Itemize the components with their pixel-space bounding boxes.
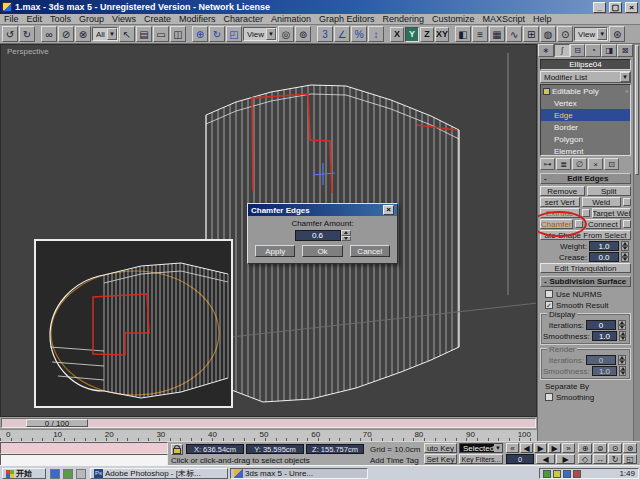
snap-3d-icon[interactable]: 3 (317, 26, 333, 42)
time-slider-track[interactable]: 0 / 100 (1, 418, 536, 428)
weight-field[interactable]: 1.0 (589, 241, 619, 251)
min-max-toggle-icon[interactable]: ◱ (623, 454, 637, 464)
extrude-button[interactable]: Extrude (540, 208, 580, 218)
weld-button[interactable]: Weld (582, 197, 622, 207)
move-icon[interactable]: ⊕ (192, 26, 208, 42)
render-smoothness-spinner[interactable] (619, 366, 626, 376)
tray-icon[interactable] (563, 470, 571, 478)
current-frame-field[interactable]: 0 (506, 454, 534, 464)
macro-recorder-line[interactable] (0, 442, 168, 454)
tab-create[interactable]: ∗ (538, 44, 554, 57)
connect-settings-icon[interactable] (623, 220, 631, 228)
window-crossing-icon[interactable]: ◫ (170, 26, 186, 42)
ok-button[interactable]: Ok (302, 245, 342, 257)
scale-icon[interactable]: ◰ (226, 26, 242, 42)
quick-render-icon[interactable]: ⊛ (609, 26, 625, 42)
render-smoothness-field[interactable]: 1.0 (592, 366, 618, 376)
zoom-all-icon[interactable]: ⊜ (593, 443, 607, 453)
coordinate-y-field[interactable]: Y: 35.595cm (246, 444, 304, 454)
tab-modify[interactable]: ∫ (554, 44, 570, 57)
render-iterations-field[interactable]: 0 (586, 355, 616, 365)
lock-selection-icon[interactable] (171, 444, 183, 455)
maximize-button[interactable]: ▢ (609, 2, 622, 13)
use-nurms-checkbox[interactable] (545, 290, 553, 298)
region-select-icon[interactable]: ▭ (153, 26, 169, 42)
select-link-icon[interactable]: ∞ (41, 26, 57, 42)
tray-icon[interactable] (553, 470, 561, 478)
command-panel-scrollbar[interactable] (633, 44, 640, 441)
quick-launch-icon[interactable] (50, 469, 60, 479)
menu-animation[interactable]: Animation (267, 14, 315, 25)
render-iterations-spinner[interactable] (618, 355, 626, 365)
display-smoothness-field[interactable]: 1.0 (592, 331, 618, 341)
track-bar[interactable]: 0 10 20 30 40 50 60 70 80 90 100 (0, 429, 537, 441)
rollout-edit-edges-header[interactable]: - Edit Edges (540, 173, 631, 184)
snap-percent-icon[interactable]: % (351, 26, 367, 42)
taskbar-app-photoshop[interactable]: Ps Adobe Photoshop - [未标... (90, 468, 228, 479)
chamfer-amount-field[interactable]: 0.6 (295, 230, 341, 241)
weld-settings-icon[interactable] (623, 198, 631, 206)
schematic-view-icon[interactable]: ⊞ (523, 26, 539, 42)
chamfer-amount-spinner[interactable] (341, 230, 351, 241)
render-scene-icon[interactable]: ⊙ (557, 26, 573, 42)
snap-angle-icon[interactable]: ∠ (334, 26, 350, 42)
align-icon[interactable]: ≡ (472, 26, 488, 42)
minimize-button[interactable]: _ (593, 2, 606, 13)
time-slider-handle[interactable]: 0 / 100 (26, 419, 88, 427)
set-key-button[interactable]: Set Key (424, 454, 457, 464)
crease-spinner[interactable] (621, 252, 629, 262)
tab-hierarchy[interactable]: ⊟ (570, 44, 586, 57)
menu-file[interactable]: File (0, 14, 23, 25)
snap-spinner-icon[interactable]: ↕ (368, 26, 384, 42)
zoom-icon[interactable]: ⊕ (578, 443, 592, 453)
zoom-extents-icon[interactable]: ⊙ (608, 443, 622, 453)
remove-button[interactable]: Remove (540, 186, 585, 196)
selection-filter-dropdown[interactable]: All ▼ (92, 27, 118, 41)
coordinate-z-field[interactable]: Z: 155.757cm (306, 444, 364, 454)
chevron-down-icon[interactable]: ▼ (597, 28, 607, 40)
crease-field[interactable]: 0.0 (589, 252, 619, 262)
pan-icon[interactable]: ↔ (593, 454, 607, 464)
taskbar-app-3dsmax[interactable]: 3ds max 5 - Unre... (230, 468, 368, 479)
edit-triangulation-button[interactable]: Edit Triangulation (540, 263, 631, 273)
dialog-close-icon[interactable]: × (383, 205, 394, 215)
create-shape-button[interactable]: ate Shape From Select (540, 230, 631, 240)
object-name-field[interactable]: Ellipse04 (540, 59, 631, 70)
stack-item-vertex[interactable]: Vertex (541, 97, 630, 109)
key-filters-button[interactable]: Key Filters... (459, 454, 503, 464)
cancel-button[interactable]: Cancel (350, 245, 390, 257)
pivot-center-icon[interactable]: ◎ (278, 26, 294, 42)
dialog-title-bar[interactable]: Chamfer Edges × (248, 204, 397, 216)
chamfer-button[interactable]: Chamfer (540, 219, 573, 229)
menu-modifiers[interactable]: Modifiers (175, 14, 220, 25)
menu-customize[interactable]: Customize (428, 14, 479, 25)
key-mode-toggle-icon[interactable]: ◀ (536, 454, 555, 464)
insert-vertex-button[interactable]: sert Vert (540, 197, 580, 207)
next-frame-button[interactable]: ▶ (548, 443, 561, 453)
quick-launch-icon[interactable] (76, 469, 86, 479)
field-of-view-icon[interactable]: ◇ (578, 454, 592, 464)
close-button[interactable]: × (625, 2, 638, 13)
stack-item-editable-poly[interactable]: Editable Poly ◦ (541, 85, 630, 97)
arc-rotate-icon[interactable]: ↻ (608, 454, 622, 464)
extrude-settings-icon[interactable] (582, 209, 590, 217)
make-unique-icon[interactable]: ∅ (572, 158, 587, 170)
menu-views[interactable]: Views (108, 14, 140, 25)
tab-display[interactable]: ◨ (601, 44, 617, 57)
show-end-result-icon[interactable]: ≣ (556, 158, 571, 170)
chamfer-settings-icon[interactable] (575, 220, 583, 228)
select-object-icon[interactable]: ↖ (119, 26, 135, 42)
tray-icon[interactable] (543, 470, 551, 478)
split-button[interactable]: Split (587, 186, 632, 196)
add-time-tag[interactable]: Add Time Tag (370, 456, 419, 465)
stack-item-edge[interactable]: Edge (541, 109, 630, 121)
weight-spinner[interactable] (621, 241, 629, 251)
go-to-start-button[interactable]: « (506, 443, 519, 453)
axis-z-button[interactable]: Z (420, 27, 434, 42)
redo-icon[interactable]: ↻ (19, 26, 35, 42)
go-to-end-button[interactable]: » (562, 443, 575, 453)
play-button[interactable]: ▶ (534, 443, 547, 453)
viewport-label[interactable]: Perspective (7, 47, 49, 56)
configure-stack-icon[interactable]: ⊡ (604, 158, 619, 170)
display-iterations-field[interactable]: 0 (586, 320, 616, 330)
